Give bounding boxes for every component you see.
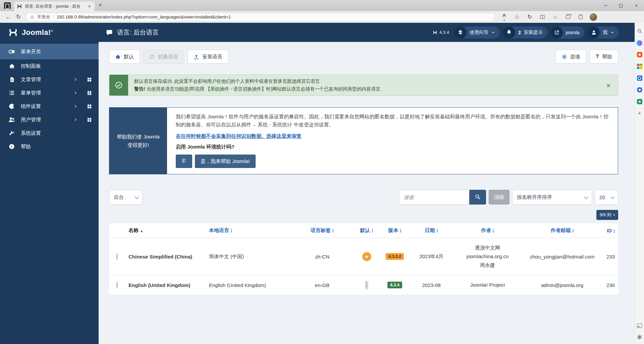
header-name[interactable]: 名称▲ <box>125 223 206 238</box>
close-window-button[interactable]: × <box>629 0 644 11</box>
header-default[interactable]: 默认▴▾ <box>353 223 380 238</box>
sort-select[interactable]: 按名称升序排序 <box>512 190 592 205</box>
sort-icon: ▴▾ <box>613 229 615 233</box>
preview-site-button[interactable]: joomla <box>551 26 584 39</box>
row-radio[interactable] <box>116 282 118 289</box>
tab-close-icon[interactable]: × <box>87 4 92 9</box>
set-default-button[interactable] <box>365 281 368 290</box>
alert-close-icon[interactable]: × <box>606 82 610 89</box>
tab-title: 语言: 后台语言 - joomla - 后台 <box>25 4 85 9</box>
list-icon <box>8 90 15 96</box>
stats-question: 启用 Joomla 环境统计吗? <box>176 144 609 150</box>
sidebar-item-users[interactable]: 用户管理 <box>0 113 99 126</box>
copilot-icon[interactable] <box>637 40 643 46</box>
stats-review-link[interactable]: 在任何时候都不会采集到任何识别数据。选择这里来审查 <box>176 133 302 139</box>
install-language-button[interactable]: 安装语言 <box>187 50 228 64</box>
dashboard-grid-icon[interactable] <box>87 77 92 82</box>
sidebar-item-menus[interactable]: 菜单管理 <box>0 86 99 100</box>
header-id[interactable]: ID▴▾ <box>602 223 618 238</box>
client-select[interactable]: 后台 <box>109 190 143 205</box>
minimize-button[interactable] <box>598 0 613 11</box>
external-link-icon <box>551 26 563 39</box>
chevron-down-icon <box>610 194 615 199</box>
outlook-icon[interactable] <box>637 75 643 81</box>
header-author[interactable]: 作者▴▾ <box>453 223 522 238</box>
limit-select[interactable]: 20 <box>595 190 618 205</box>
url-text[interactable]: 192.168.0.99/administrator/index.php?opt… <box>57 14 231 19</box>
split-screen-icon[interactable] <box>537 12 548 22</box>
comment-bubble-icon <box>106 29 113 36</box>
chevron-right-icon[interactable] <box>73 118 77 122</box>
refresh-icon[interactable]: ↻ <box>13 12 23 22</box>
designer-icon[interactable] <box>637 99 643 105</box>
sort-icon: ▴▾ <box>572 228 574 233</box>
switch-language-button[interactable]: 切换语言 <box>143 50 184 64</box>
sort-icon: ▴▾ <box>332 228 334 233</box>
header-author-email[interactable]: 作者邮箱▴▾ <box>522 223 602 238</box>
columns-badge-row: 9/9 列 ▾ <box>109 210 618 220</box>
chevron-right-icon[interactable] <box>73 104 77 108</box>
profile-avatar[interactable] <box>588 12 599 22</box>
header-native[interactable]: 本地语言▴▾ <box>206 223 291 238</box>
sidebar-item-system[interactable]: 系统设置 <box>0 126 99 140</box>
dashboard-grid-icon[interactable] <box>87 91 92 96</box>
row-radio[interactable] <box>116 253 118 260</box>
shopping-icon[interactable] <box>637 52 643 58</box>
caret-down-icon: ▾ <box>613 213 615 217</box>
tab-actions-icon[interactable] <box>4 2 11 9</box>
microsoft365-icon[interactable] <box>637 63 643 69</box>
language-name: Chinese Simplified (China) <box>125 238 206 275</box>
dashboard-grid-icon[interactable] <box>87 104 92 109</box>
guided-tour-button[interactable]: 使用向导 <box>454 26 500 39</box>
sidebar-item-dashboard[interactable]: 控制面板 <box>0 59 99 73</box>
browser-tab[interactable]: 语言: 后台语言 - joomla - 后台 × <box>14 2 95 11</box>
language-author: 逐浪中文网 joomlachina.org.cn 周永建 <box>453 238 522 275</box>
home-icon <box>8 63 15 69</box>
stats-yes-button[interactable]: 是，我来帮助 Joomla! <box>195 155 256 168</box>
sidebar-item-components[interactable]: 组件设置 <box>0 100 99 113</box>
header-version[interactable]: 版本▴▾ <box>380 223 410 238</box>
sidebar-item-content[interactable]: 文章管理 <box>0 73 99 86</box>
table-row: Chinese Simplified (China) 简体中文 (中国) zh-… <box>109 238 618 275</box>
new-tab-button[interactable]: + <box>99 2 102 8</box>
default-star-button[interactable]: ★ <box>362 252 371 261</box>
sync-icon <box>149 54 155 60</box>
default-button[interactable]: 默认 <box>109 50 140 64</box>
chevron-right-icon[interactable] <box>73 91 77 95</box>
settings-gear-icon[interactable] <box>637 334 643 340</box>
dashboard-grid-icon[interactable] <box>87 117 92 122</box>
back-icon[interactable]: ← <box>3 12 13 22</box>
help-button[interactable]: ? 帮助 <box>590 50 618 64</box>
url-divider <box>53 15 54 19</box>
columns-badge[interactable]: 9/9 列 ▾ <box>596 210 618 220</box>
collections-icon[interactable] <box>562 12 574 22</box>
header-date[interactable]: 日期▴▾ <box>410 223 453 238</box>
search-input[interactable] <box>399 190 469 205</box>
add-sidebar-item-icon[interactable]: + <box>637 110 643 116</box>
extensions-icon[interactable] <box>575 12 586 22</box>
read-aloud-icon[interactable]: A) <box>498 12 510 22</box>
header-tag[interactable]: 语言标签▴▾ <box>291 223 353 238</box>
stats-panel-aside: 帮助我们使 Joomla 变得更好! <box>109 108 167 174</box>
options-button[interactable]: 选项 <box>555 50 586 64</box>
sidebar-item-help[interactable]: 帮助 <box>0 140 99 153</box>
user-menu-button[interactable]: 我 <box>588 26 619 39</box>
address-bar[interactable]: ⚠ 不安全 192.168.0.99/administrator/index.p… <box>25 13 495 21</box>
drop-icon[interactable] <box>637 87 643 93</box>
search-icon[interactable] <box>637 28 643 34</box>
image-creator-icon[interactable] <box>637 323 643 329</box>
search-button[interactable] <box>469 190 486 205</box>
browser-essentials-icon[interactable]: ↻ <box>524 12 535 22</box>
maximize-button[interactable] <box>613 0 629 11</box>
chevron-down-icon <box>135 194 139 199</box>
edge-sidebar: + <box>635 23 644 344</box>
info-icon <box>8 144 15 150</box>
joomla-brand[interactable]: Joomla!® <box>0 27 99 38</box>
favorites-bar-icon[interactable]: ☆ <box>549 12 561 22</box>
clear-button[interactable]: 清除 <box>489 190 509 205</box>
favorite-star-icon[interactable]: ☆ <box>511 12 523 22</box>
sidebar-item-menu-toggle[interactable]: 菜单开关 <box>0 44 99 59</box>
notifications-button[interactable]: 2 安装提示 <box>503 26 547 39</box>
chevron-right-icon[interactable] <box>73 77 77 81</box>
stats-no-button[interactable]: 不 <box>176 155 192 168</box>
